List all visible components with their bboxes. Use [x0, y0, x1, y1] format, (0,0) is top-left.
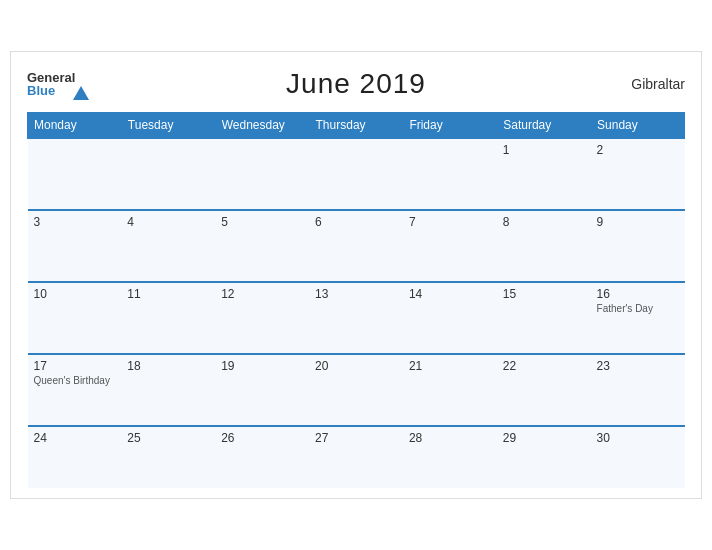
header-friday: Friday [403, 113, 497, 139]
calendar-day-cell: 19 [215, 354, 309, 426]
day-number: 11 [127, 287, 209, 301]
day-number: 3 [34, 215, 116, 229]
region-label: Gibraltar [631, 76, 685, 92]
header-thursday: Thursday [309, 113, 403, 139]
day-number: 30 [597, 431, 679, 445]
calendar-day-cell: 30 [591, 426, 685, 488]
day-number: 27 [315, 431, 397, 445]
calendar-day-cell: 22 [497, 354, 591, 426]
day-number: 17 [34, 359, 116, 373]
calendar-week-row: 12 [28, 138, 685, 210]
day-number: 24 [34, 431, 116, 445]
day-number: 25 [127, 431, 209, 445]
calendar-day-cell: 14 [403, 282, 497, 354]
holiday-label: Queen's Birthday [34, 375, 116, 386]
calendar-day-cell: 16Father's Day [591, 282, 685, 354]
weekday-header-row: Monday Tuesday Wednesday Thursday Friday… [28, 113, 685, 139]
calendar-day-cell: 23 [591, 354, 685, 426]
calendar-day-cell: 29 [497, 426, 591, 488]
calendar-day-cell [215, 138, 309, 210]
day-number: 28 [409, 431, 491, 445]
calendar-day-cell: 17Queen's Birthday [28, 354, 122, 426]
calendar-header: General Blue June 2019 Gibraltar [27, 68, 685, 100]
logo-blue-text: Blue [27, 84, 75, 97]
calendar-day-cell: 24 [28, 426, 122, 488]
holiday-label: Father's Day [597, 303, 679, 314]
calendar-day-cell: 10 [28, 282, 122, 354]
calendar-day-cell: 11 [121, 282, 215, 354]
day-number: 7 [409, 215, 491, 229]
day-number: 12 [221, 287, 303, 301]
calendar-day-cell: 25 [121, 426, 215, 488]
calendar-container: General Blue June 2019 Gibraltar Monday … [10, 51, 702, 499]
calendar-day-cell: 3 [28, 210, 122, 282]
calendar-week-row: 17Queen's Birthday181920212223 [28, 354, 685, 426]
calendar-day-cell: 1 [497, 138, 591, 210]
calendar-week-row: 24252627282930 [28, 426, 685, 488]
calendar-day-cell: 26 [215, 426, 309, 488]
day-number: 5 [221, 215, 303, 229]
calendar-day-cell: 18 [121, 354, 215, 426]
header-wednesday: Wednesday [215, 113, 309, 139]
day-number: 1 [503, 143, 585, 157]
day-number: 4 [127, 215, 209, 229]
header-saturday: Saturday [497, 113, 591, 139]
calendar-day-cell: 27 [309, 426, 403, 488]
logo-triangle-icon [73, 86, 89, 100]
calendar-day-cell: 7 [403, 210, 497, 282]
day-number: 14 [409, 287, 491, 301]
day-number: 18 [127, 359, 209, 373]
calendar-week-row: 10111213141516Father's Day [28, 282, 685, 354]
calendar-week-row: 3456789 [28, 210, 685, 282]
header-monday: Monday [28, 113, 122, 139]
day-number: 8 [503, 215, 585, 229]
day-number: 15 [503, 287, 585, 301]
day-number: 2 [597, 143, 679, 157]
day-number: 9 [597, 215, 679, 229]
calendar-day-cell: 13 [309, 282, 403, 354]
calendar-title: June 2019 [286, 68, 426, 100]
day-number: 26 [221, 431, 303, 445]
day-number: 22 [503, 359, 585, 373]
calendar-day-cell [309, 138, 403, 210]
calendar-day-cell [403, 138, 497, 210]
day-number: 29 [503, 431, 585, 445]
header-tuesday: Tuesday [121, 113, 215, 139]
calendar-day-cell: 21 [403, 354, 497, 426]
calendar-day-cell: 9 [591, 210, 685, 282]
day-number: 13 [315, 287, 397, 301]
day-number: 23 [597, 359, 679, 373]
day-number: 21 [409, 359, 491, 373]
calendar-day-cell [28, 138, 122, 210]
day-number: 16 [597, 287, 679, 301]
day-number: 10 [34, 287, 116, 301]
calendar-day-cell: 2 [591, 138, 685, 210]
day-number: 19 [221, 359, 303, 373]
calendar-day-cell: 12 [215, 282, 309, 354]
calendar-day-cell: 15 [497, 282, 591, 354]
calendar-day-cell: 28 [403, 426, 497, 488]
day-number: 20 [315, 359, 397, 373]
calendar-day-cell: 6 [309, 210, 403, 282]
day-number: 6 [315, 215, 397, 229]
calendar-day-cell: 20 [309, 354, 403, 426]
calendar-grid: Monday Tuesday Wednesday Thursday Friday… [27, 112, 685, 488]
calendar-day-cell: 4 [121, 210, 215, 282]
calendar-day-cell [121, 138, 215, 210]
logo: General Blue [27, 71, 75, 97]
header-sunday: Sunday [591, 113, 685, 139]
calendar-day-cell: 5 [215, 210, 309, 282]
calendar-day-cell: 8 [497, 210, 591, 282]
